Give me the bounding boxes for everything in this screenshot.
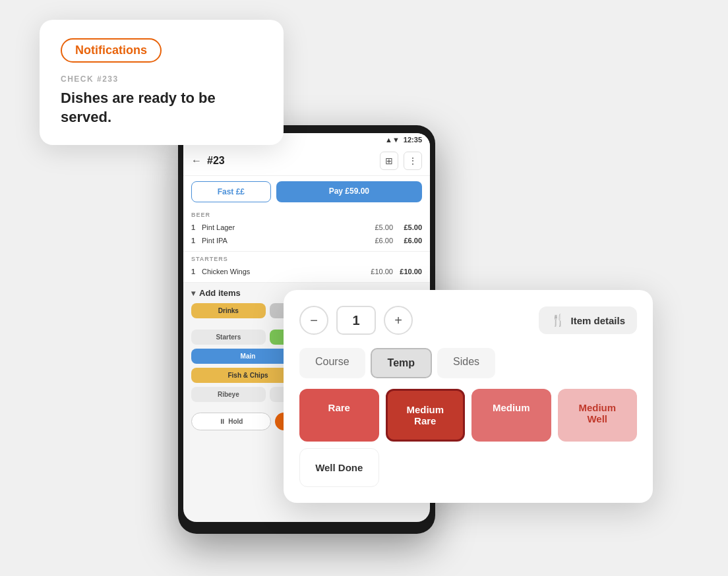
tab-temp[interactable]: Temp: [371, 348, 432, 378]
item-details-label: Item details: [570, 315, 625, 326]
hold-button[interactable]: ⏸ Hold: [191, 413, 271, 430]
item-details-icon: 🍴: [551, 313, 565, 328]
item-total: £10.00: [398, 268, 422, 275]
item-price: £6.00: [375, 237, 393, 245]
item-total: £5.00: [398, 223, 422, 231]
minus-icon: −: [310, 313, 318, 328]
item-qty: 1: [191, 237, 202, 245]
table-row[interactable]: 1 Chicken Wings £10.00 £10.00: [191, 265, 422, 278]
more-icon[interactable]: ⋮: [404, 152, 422, 170]
item-total: £6.00: [398, 237, 422, 245]
tabs-row: Course Temp Sides: [299, 348, 637, 378]
order-number: #23: [207, 155, 375, 167]
header-icons: ⊞ ⋮: [380, 152, 422, 170]
temp-options: Rare MediumRare Medium MediumWell Well D…: [299, 389, 637, 487]
hold-label: Hold: [228, 418, 243, 425]
beer-label: BEER: [191, 212, 422, 218]
temp-rare[interactable]: Rare: [299, 389, 379, 442]
table-row[interactable]: 1 Pint IPA £6.00 £6.00: [191, 234, 422, 247]
fast-button[interactable]: Fast ££: [191, 181, 271, 202]
chevron-down-icon: ▾: [191, 289, 195, 298]
notification-check: CHECK #233: [61, 74, 262, 84]
notification-card: Notifications CHECK #233 Dishes are read…: [40, 20, 284, 145]
tab-sides[interactable]: Sides: [437, 348, 495, 378]
item-qty: 1: [191, 268, 202, 275]
quantity-value: 1: [336, 306, 376, 335]
plus-icon: +: [394, 313, 402, 328]
action-buttons: Fast ££ Pay £59.00: [183, 176, 430, 208]
item-qty: 1: [191, 223, 202, 231]
temp-medium-rare[interactable]: MediumRare: [386, 389, 466, 442]
temp-medium-well[interactable]: MediumWell: [558, 389, 638, 442]
tab-course[interactable]: Course: [299, 348, 365, 378]
back-button[interactable]: ←: [191, 155, 202, 167]
item-name: Pint Lager: [202, 223, 375, 231]
item-name: Chicken Wings: [202, 268, 371, 275]
item-price: £10.00: [371, 268, 393, 275]
increase-quantity-button[interactable]: +: [384, 306, 413, 335]
ribeye-button[interactable]: Ribeye: [191, 387, 266, 402]
item-name: Pint IPA: [202, 237, 375, 245]
quantity-row: − 1 + 🍴 Item details: [299, 306, 637, 335]
app-header: ← #23 ⊞ ⋮: [183, 146, 430, 176]
wifi-icon: ▲▼: [385, 136, 400, 144]
beer-section: BEER 1 Pint Lager £5.00 £5.00 1 Pint IPA…: [183, 208, 430, 252]
item-details-popup: − 1 + 🍴 Item details Course Temp Sides R…: [284, 290, 653, 503]
notification-message: Dishes are ready to be served.: [61, 89, 262, 127]
starters-label: STARTERS: [191, 256, 422, 262]
notification-badge: Notifications: [61, 38, 162, 63]
copy-icon[interactable]: ⊞: [380, 152, 398, 170]
item-details-button[interactable]: 🍴 Item details: [539, 306, 637, 334]
status-time: 12:35: [404, 136, 422, 144]
temp-medium[interactable]: Medium: [471, 389, 551, 442]
pay-button[interactable]: Pay £59.00: [276, 181, 422, 202]
item-price: £5.00: [375, 223, 393, 231]
drinks-button[interactable]: Drinks: [191, 303, 266, 318]
add-items-label: Add items: [199, 288, 241, 298]
starters-section: STARTERS 1 Chicken Wings £10.00 £10.00: [183, 252, 430, 283]
starters-button[interactable]: Starters: [191, 330, 266, 345]
table-row[interactable]: 1 Pint Lager £5.00 £5.00: [191, 221, 422, 234]
hold-icon: ⏸: [219, 418, 226, 425]
temp-well-done[interactable]: Well Done: [299, 448, 379, 487]
decrease-quantity-button[interactable]: −: [299, 306, 328, 335]
